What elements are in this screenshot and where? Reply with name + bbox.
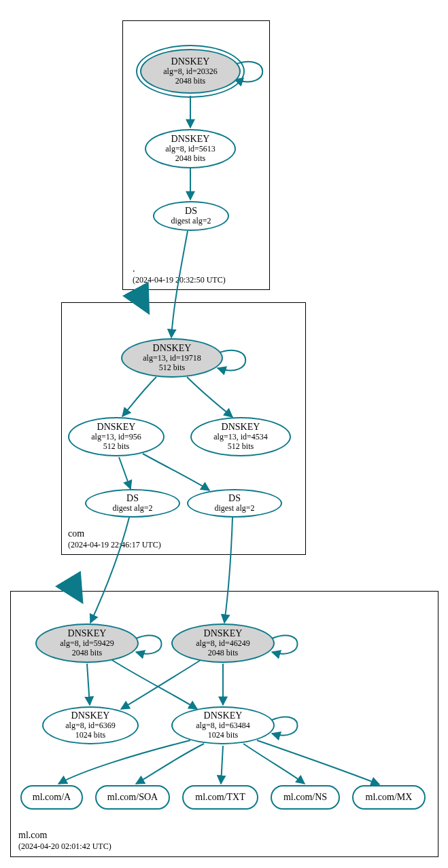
node-com-zsk1: DNSKEY alg=13, id=956 512 bits <box>68 417 165 456</box>
node-sub2: 512 bits <box>159 363 185 373</box>
node-sub2: 512 bits <box>228 442 254 452</box>
node-sub1: alg=8, id=20326 <box>163 67 218 77</box>
node-title: DNSKEY <box>68 628 107 639</box>
node-title: DS <box>126 493 139 504</box>
node-title: DNSKEY <box>97 422 136 433</box>
rr-label: ml.com/MX <box>366 792 413 803</box>
node-sub1: alg=8, id=63484 <box>196 721 250 731</box>
node-sub1: digest alg=2 <box>214 504 254 513</box>
node-rr-ns: ml.com/NS <box>271 785 340 810</box>
node-ml-zsk1: DNSKEY alg=8, id=6369 1024 bits <box>42 706 139 744</box>
node-com-ds2: DS digest alg=2 <box>187 489 282 518</box>
zone-mlcom-name: ml.com <box>18 830 111 842</box>
node-sub2: 2048 bits <box>175 154 205 164</box>
node-title: DS <box>185 206 197 217</box>
node-sub2: 1024 bits <box>208 731 238 740</box>
node-sub1: alg=8, id=6369 <box>65 721 116 731</box>
zone-root-name: . <box>133 264 226 275</box>
zone-com-name: com <box>68 528 161 540</box>
node-title: DNSKEY <box>71 710 110 721</box>
rr-label: ml.com/TXT <box>195 792 245 803</box>
node-ml-ksk2: DNSKEY alg=8, id=46249 2048 bits <box>171 623 275 663</box>
node-com-ksk: DNSKEY alg=13, id=19718 512 bits <box>121 338 223 378</box>
node-com-ds1: DS digest alg=2 <box>85 489 180 518</box>
node-sub1: alg=8, id=59429 <box>60 639 114 649</box>
node-rr-txt: ml.com/TXT <box>182 785 258 810</box>
node-title: DNSKEY <box>153 343 192 354</box>
node-com-zsk2: DNSKEY alg=13, id=4534 512 bits <box>190 417 291 456</box>
node-root-zsk: DNSKEY alg=8, id=5613 2048 bits <box>145 129 236 168</box>
rr-label: ml.com/NS <box>283 792 327 803</box>
node-sub2: 512 bits <box>103 442 129 452</box>
node-rr-soa: ml.com/SOA <box>95 785 170 810</box>
node-sub2: 1024 bits <box>75 731 105 740</box>
node-title: DNSKEY <box>171 56 210 67</box>
zone-mlcom-timestamp: (2024-04-20 02:01:42 UTC) <box>18 842 111 851</box>
node-sub1: alg=8, id=5613 <box>165 145 216 154</box>
node-sub2: 2048 bits <box>208 649 238 658</box>
node-sub1: alg=8, id=46249 <box>196 639 250 649</box>
node-title: DNSKEY <box>204 628 243 639</box>
zone-com-timestamp: (2024-04-19 22:46:17 UTC) <box>68 540 161 549</box>
node-root-ksk: DNSKEY alg=8, id=20326 2048 bits <box>140 49 241 94</box>
zone-mlcom-label: ml.com (2024-04-20 02:01:42 UTC) <box>18 830 111 851</box>
node-sub1: alg=13, id=19718 <box>143 354 201 363</box>
node-ml-ksk1: DNSKEY alg=8, id=59429 2048 bits <box>35 623 139 663</box>
node-root-ds: DS digest alg=2 <box>153 201 229 231</box>
node-title: DNSKEY <box>204 710 243 721</box>
node-rr-a: ml.com/A <box>20 785 83 810</box>
node-sub1: alg=13, id=4534 <box>213 433 268 442</box>
rr-label: ml.com/A <box>33 792 71 803</box>
node-title: DS <box>228 493 241 504</box>
node-rr-mx: ml.com/MX <box>352 785 426 810</box>
zone-root-timestamp: (2024-04-19 20:32:50 UTC) <box>133 275 226 285</box>
node-sub1: digest alg=2 <box>171 217 211 226</box>
node-title: DNSKEY <box>171 134 210 145</box>
node-sub1: alg=13, id=956 <box>91 433 141 442</box>
node-sub2: 2048 bits <box>72 649 102 658</box>
node-sub1: digest alg=2 <box>112 504 152 513</box>
zone-root-label: . (2024-04-19 20:32:50 UTC) <box>133 264 226 285</box>
node-ml-zsk2: DNSKEY alg=8, id=63484 1024 bits <box>171 706 275 744</box>
node-title: DNSKEY <box>222 422 260 433</box>
node-sub2: 2048 bits <box>175 77 205 86</box>
rr-label: ml.com/SOA <box>107 792 158 803</box>
zone-com-label: com (2024-04-19 22:46:17 UTC) <box>68 528 161 549</box>
